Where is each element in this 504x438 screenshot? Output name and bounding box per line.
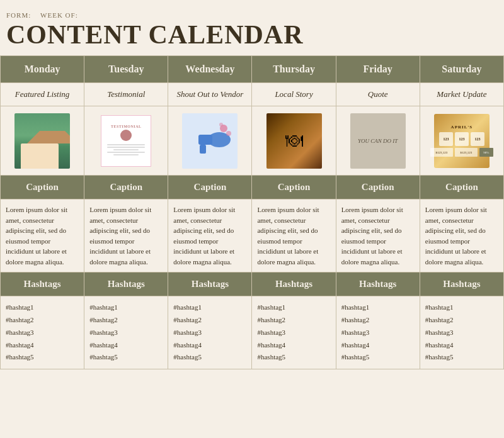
testimonial-line-2 — [107, 147, 145, 148]
image-cell-wednesday — [168, 106, 252, 176]
hashtag-item: #hashtag3 — [341, 327, 415, 339]
content-type-saturday: Market Update — [420, 83, 503, 106]
hashtag-item: #hashtag1 — [341, 301, 415, 314]
shoutout-image — [182, 113, 238, 169]
content-type-monday: Featured Listing — [1, 83, 84, 106]
day-header-wednesday: Wednesday — [168, 56, 252, 83]
caption-wednesday: Caption — [168, 176, 252, 199]
content-type-row: Featured Listing Testimonial Shout Out t… — [1, 83, 504, 106]
hashtag-item: #hashtag5 — [173, 351, 246, 364]
hashtag-header-saturday: Hashtags — [420, 272, 503, 296]
lorem-tuesday: Lorem ipsum dolor sit amet, consectetur … — [84, 199, 168, 272]
hashtag-header-wednesday: Hashtags — [168, 272, 252, 296]
hashtag-item: #hashtag2 — [341, 314, 415, 327]
day-header-tuesday: Tuesday — [84, 56, 168, 83]
caption-monday: Caption — [1, 176, 84, 199]
caption-tuesday: Caption — [84, 176, 168, 199]
market-image: APRIL'S 123 123 123 $123,123 $123,123 98… — [434, 114, 490, 168]
hashtag-header-tuesday: Hashtags — [84, 272, 168, 296]
caption-row: Caption Caption Caption Caption Caption … — [1, 176, 504, 199]
hashtag-item: #hashtag4 — [257, 339, 330, 352]
hashtag-item: #hashtag3 — [173, 327, 246, 339]
quote-text: YOU CAN DO IT — [358, 138, 398, 144]
hashtag-row: #hashtag1 #hashtag2 #hashtag3 #hashtag4 … — [1, 296, 504, 369]
hashtag-header-monday: Hashtags — [1, 272, 84, 296]
hashtag-item: #hashtag1 — [6, 301, 79, 314]
lorem-row: Lorem ipsum dolor sit amet, consectetur … — [1, 199, 504, 272]
hashtag-item: #hashtag2 — [257, 314, 330, 327]
svg-point-5 — [219, 123, 223, 126]
hashtag-item: #hashtag1 — [257, 301, 330, 314]
content-type-friday: Quote — [336, 83, 420, 106]
testimonial-avatar — [120, 130, 132, 141]
lorem-saturday: Lorem ipsum dolor sit amet, consectetur … — [420, 199, 503, 272]
hashtag-item: #hashtag2 — [425, 314, 498, 327]
hashtag-item: #hashtag2 — [89, 314, 163, 327]
image-cell-saturday: APRIL'S 123 123 123 $123,123 $123,123 98… — [420, 106, 503, 176]
hashtag-cell-tuesday: #hashtag1 #hashtag2 #hashtag3 #hashtag4 … — [84, 296, 168, 369]
restaurant-image — [266, 113, 322, 169]
hashtag-item: #hashtag5 — [89, 351, 163, 364]
hashtag-list-saturday: #hashtag1 #hashtag2 #hashtag3 #hashtag4 … — [425, 301, 498, 364]
day-header-monday: Monday — [1, 56, 84, 83]
hashtag-item: #hashtag3 — [89, 327, 163, 339]
hashtag-item: #hashtag3 — [257, 327, 330, 339]
header-area: FORM: WEEK OF: CONTENT CALENDAR — [0, 0, 504, 55]
hashtag-header-friday: Hashtags — [336, 272, 420, 296]
svg-rect-1 — [198, 135, 212, 145]
hashtag-item: #hashtag1 — [425, 301, 498, 314]
hashtag-item: #hashtag5 — [6, 351, 79, 364]
image-cell-thursday — [252, 106, 336, 176]
hashtag-item: #hashtag4 — [89, 339, 163, 352]
market-price-2: $123,123 — [455, 148, 478, 157]
market-title: APRIL'S — [451, 125, 473, 130]
hashtag-cell-saturday: #hashtag1 #hashtag2 #hashtag3 #hashtag4 … — [420, 296, 503, 369]
market-price-1: $123,123 — [430, 148, 453, 157]
hashtag-item: #hashtag4 — [173, 339, 246, 352]
hashtag-item: #hashtag3 — [425, 327, 498, 339]
testimonial-image: TESTIMONIAL — [101, 115, 151, 167]
hashtag-item: #hashtag1 — [173, 301, 246, 314]
hashtag-item: #hashtag2 — [173, 314, 246, 327]
hashtag-item: #hashtag5 — [257, 351, 330, 364]
hashtag-header-row: Hashtags Hashtags Hashtags Hashtags Hash… — [1, 272, 504, 296]
caption-thursday: Caption — [252, 176, 336, 199]
market-stats: 123 123 123 — [439, 132, 484, 146]
hashtag-cell-monday: #hashtag1 #hashtag2 #hashtag3 #hashtag4 … — [1, 296, 84, 369]
testimonial-line-3 — [113, 149, 139, 150]
hashtag-cell-thursday: #hashtag1 #hashtag2 #hashtag3 #hashtag4 … — [252, 296, 336, 369]
testimonial-label: TESTIMONIAL — [111, 125, 142, 128]
market-pct: 98% — [479, 148, 493, 157]
hashtag-item: #hashtag1 — [89, 301, 163, 314]
day-header-friday: Friday — [336, 56, 420, 83]
image-row: TESTIMONIAL — [1, 106, 504, 176]
lorem-friday: Lorem ipsum dolor sit amet, consectetur … — [336, 199, 420, 272]
content-type-thursday: Local Story — [252, 83, 336, 106]
caption-saturday: Caption — [420, 176, 503, 199]
caption-friday: Caption — [336, 176, 420, 199]
image-cell-monday — [1, 106, 84, 176]
hashtag-cell-friday: #hashtag1 #hashtag2 #hashtag3 #hashtag4 … — [336, 296, 420, 369]
hashtag-item: #hashtag4 — [425, 339, 498, 352]
quote-image: YOU CAN DO IT — [350, 113, 406, 169]
testimonial-lines — [107, 143, 145, 157]
image-cell-tuesday: TESTIMONIAL — [84, 106, 168, 176]
image-cell-friday: YOU CAN DO IT — [336, 106, 420, 176]
market-stat-3: 123 — [471, 132, 484, 146]
market-stat-2: 123 — [455, 132, 469, 146]
day-header-saturday: Saturday — [420, 56, 503, 83]
hashtag-header-thursday: Hashtags — [252, 272, 336, 296]
content-type-tuesday: Testimonial — [84, 83, 168, 106]
hashtag-item: #hashtag2 — [6, 314, 79, 327]
days-header-row: Monday Tuesday Wednesday Thursday Friday… — [1, 56, 504, 83]
hashtag-item: #hashtag3 — [6, 327, 79, 339]
hashtag-list-thursday: #hashtag1 #hashtag2 #hashtag3 #hashtag4 … — [257, 301, 330, 364]
hashtag-item: #hashtag4 — [6, 339, 79, 352]
hashtag-list-friday: #hashtag1 #hashtag2 #hashtag3 #hashtag4 … — [341, 301, 415, 364]
testimonial-line-1 — [107, 144, 145, 145]
market-bottom: $123,123 $123,123 98% — [430, 148, 493, 157]
page-title: CONTENT CALENDAR — [6, 20, 498, 49]
hashtag-item: #hashtag5 — [425, 351, 498, 364]
hashtag-list-wednesday: #hashtag1 #hashtag2 #hashtag3 #hashtag4 … — [173, 301, 246, 364]
hashtag-cell-wednesday: #hashtag1 #hashtag2 #hashtag3 #hashtag4 … — [168, 296, 252, 369]
